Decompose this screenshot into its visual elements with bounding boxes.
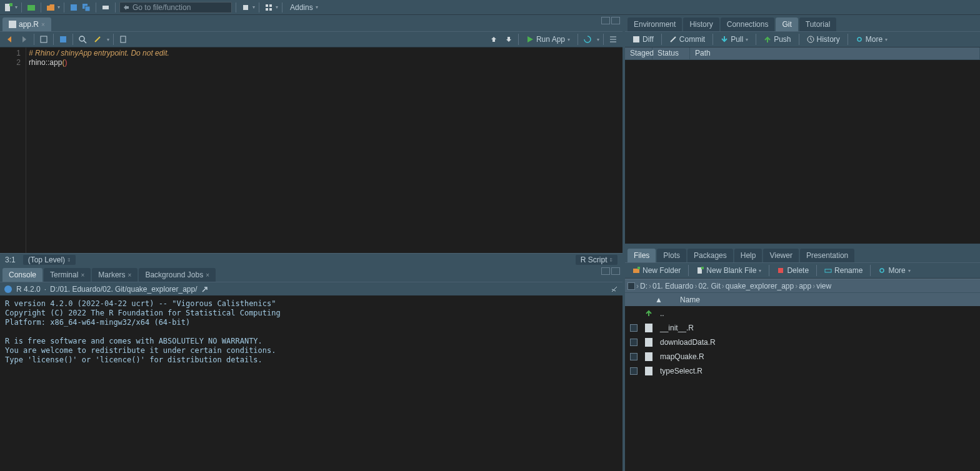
show-in-new-window-icon[interactable] [38, 34, 49, 45]
file-row[interactable]: mapQuake.R [625, 349, 980, 364]
grid-icon[interactable] [263, 2, 274, 13]
go-to-next-icon[interactable] [503, 34, 514, 45]
breadcrumb-segment[interactable]: view [816, 282, 831, 290]
git-changes-list[interactable] [625, 60, 980, 244]
scope-selector[interactable]: (Top Level)‡ [23, 255, 76, 265]
save-icon[interactable] [58, 34, 69, 45]
tab-tutorial[interactable]: Tutorial [799, 17, 837, 31]
tab-files[interactable]: Files [628, 249, 656, 262]
file-checkbox[interactable] [630, 367, 638, 375]
tab-console[interactable]: Console [2, 268, 42, 282]
reload-icon[interactable] [582, 34, 593, 45]
r-file-icon [645, 324, 652, 332]
file-checkbox[interactable] [630, 339, 638, 346]
tab-history[interactable]: History [683, 17, 719, 31]
file-row[interactable]: __init__.R [625, 320, 980, 335]
history-button[interactable]: History [803, 34, 844, 45]
new-folder-button[interactable]: New Folder [629, 265, 684, 276]
tab-plots[interactable]: Plots [657, 249, 686, 262]
separator [96, 2, 96, 12]
file-checkbox[interactable] [630, 353, 638, 360]
minimize-icon[interactable] [601, 267, 610, 275]
tab-markers[interactable]: Markers× [92, 268, 138, 282]
delete-button[interactable]: Delete [773, 265, 812, 276]
console-output[interactable]: R version 4.2.0 (2022-04-22 ucrt) -- "Vi… [0, 295, 622, 471]
tab-viewer[interactable]: Viewer [763, 249, 798, 262]
language-selector[interactable]: R Script‡ [576, 255, 618, 265]
minimize-icon[interactable] [601, 17, 610, 24]
tab-help[interactable]: Help [734, 249, 762, 262]
print-icon[interactable] [100, 2, 111, 13]
dropdown-icon[interactable]: ▾ [252, 4, 255, 10]
col-status[interactable]: Status [652, 47, 690, 59]
back-icon[interactable] [4, 34, 15, 45]
pull-button[interactable]: Pull▾ [717, 34, 752, 45]
push-icon [764, 36, 771, 43]
forward-icon[interactable] [19, 34, 30, 45]
clear-console-icon[interactable] [610, 285, 619, 294]
goto-placeholder: Go to file/function [132, 3, 191, 12]
diff-button[interactable]: Diff [629, 34, 658, 45]
tab-environment[interactable]: Environment [628, 17, 682, 31]
popout-icon[interactable] [201, 285, 209, 293]
file-checkbox[interactable] [630, 324, 638, 332]
files-breadcrumb: › D:› 01. Eduardo› 02. Git› quake_explor… [625, 279, 980, 292]
breadcrumb-segment[interactable]: 02. Git [698, 282, 720, 290]
dropdown-icon[interactable]: ▾ [107, 37, 109, 42]
file-row[interactable]: typeSelect.R [625, 364, 980, 378]
parent-dir-row[interactable]: .. [625, 306, 980, 320]
goto-file-input[interactable]: Go to file/function [119, 2, 232, 13]
tools-icon[interactable] [240, 2, 251, 13]
col-path[interactable]: Path [690, 47, 980, 59]
new-project-icon[interactable] [26, 2, 37, 13]
commit-button[interactable]: Commit [666, 34, 709, 45]
breadcrumb-segment[interactable]: app [799, 282, 811, 290]
new-blank-file-button[interactable]: New Blank File▾ [692, 265, 765, 276]
more-button[interactable]: More▾ [874, 265, 914, 276]
breadcrumb-segment[interactable]: 01. Eduardo [652, 282, 693, 290]
tab-presentation[interactable]: Presentation [800, 249, 854, 262]
rename-button[interactable]: Rename [821, 265, 866, 276]
run-app-button[interactable]: Run App ▾ [522, 34, 574, 45]
tab-connections[interactable]: Connections [721, 17, 775, 31]
tab-packages[interactable]: Packages [688, 249, 733, 262]
select-all-checkbox[interactable] [628, 282, 635, 290]
open-file-icon[interactable] [45, 2, 56, 13]
dropdown-icon[interactable]: ▾ [276, 4, 278, 10]
editor-tab[interactable]: app.R × [2, 17, 51, 31]
file-name: .. [660, 309, 664, 318]
addins-menu[interactable]: Addins▾ [286, 3, 322, 12]
dropdown-icon[interactable]: ▾ [58, 4, 60, 10]
dropdown-icon[interactable]: ▾ [15, 4, 18, 10]
find-icon[interactable] [77, 34, 88, 45]
more-button[interactable]: More▾ [852, 34, 891, 45]
maximize-icon[interactable] [611, 267, 620, 275]
col-staged[interactable]: Staged [625, 47, 652, 59]
tab-filename: app.R [19, 20, 39, 29]
save-icon[interactable] [68, 2, 79, 13]
dropdown-icon[interactable]: ▾ [597, 37, 599, 42]
push-button[interactable]: Push [760, 34, 794, 45]
tab-background-jobs[interactable]: Background Jobs× [139, 268, 216, 282]
col-name[interactable]: Name [680, 295, 700, 304]
breadcrumb-segment[interactable]: D: [640, 282, 648, 290]
breadcrumb-segment[interactable]: quake_explorer_app [726, 282, 794, 290]
svg-line-16 [84, 41, 86, 43]
save-all-icon[interactable] [81, 2, 92, 13]
delete-icon [777, 267, 784, 274]
go-to-prev-icon[interactable] [488, 34, 499, 45]
document-outline-icon[interactable] [118, 34, 129, 45]
maximize-icon[interactable] [611, 17, 620, 24]
working-directory[interactable]: D:/01. Eduardo/02. Git/quake_explorer_ap… [50, 285, 198, 294]
tab-terminal[interactable]: Terminal× [44, 268, 91, 282]
new-file-icon[interactable] [2, 2, 14, 13]
wand-icon[interactable] [92, 34, 103, 45]
sort-asc-icon[interactable]: ▲ [655, 295, 665, 304]
code-area[interactable]: # Rhino / shinyApp entrypoint. Do not ed… [26, 47, 622, 253]
close-icon[interactable]: × [41, 21, 45, 28]
tab-git[interactable]: Git [776, 17, 798, 31]
editor-body[interactable]: 12 # Rhino / shinyApp entrypoint. Do not… [0, 47, 622, 253]
files-list: .. __init__.R downloadData.R mapQuake.R [625, 306, 980, 471]
file-row[interactable]: downloadData.R [625, 335, 980, 349]
outline-icon[interactable] [608, 34, 619, 45]
